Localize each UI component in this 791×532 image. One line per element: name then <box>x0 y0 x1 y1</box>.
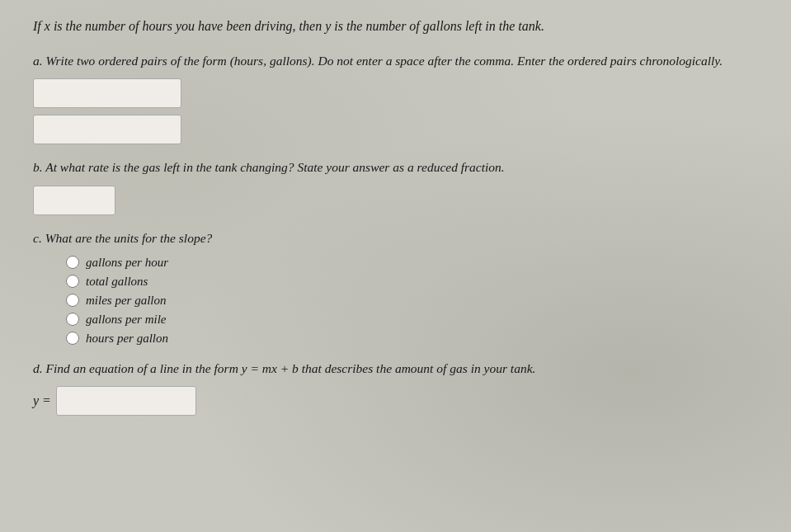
question-c-block: c. What are the units for the slope? gal… <box>33 228 758 346</box>
option-total-gallons[interactable]: total gallons <box>66 275 758 289</box>
option-gallons-per-hour-label: gallons per hour <box>86 256 168 270</box>
option-gallons-per-hour[interactable]: gallons per hour <box>66 256 758 270</box>
radio-total-gallons[interactable] <box>66 275 79 288</box>
ordered-pair-input-2[interactable] <box>33 115 181 144</box>
question-b-block: b. At what rate is the gas left in the t… <box>33 158 758 214</box>
radio-group-units: gallons per hour total gallons miles per… <box>66 256 758 346</box>
option-gallons-per-mile[interactable]: gallons per mile <box>66 313 758 327</box>
question-b-label: b. At what rate is the gas left in the t… <box>33 158 758 177</box>
question-a-block: a. Write two ordered pairs of the form (… <box>33 51 758 144</box>
radio-gallons-per-hour[interactable] <box>66 256 79 269</box>
equation-input[interactable] <box>56 386 196 416</box>
radio-hours-per-gallon[interactable] <box>66 332 79 345</box>
option-total-gallons-label: total gallons <box>86 275 148 289</box>
equation-prefix: y = <box>33 393 51 408</box>
option-miles-per-gallon-label: miles per gallon <box>86 294 167 308</box>
option-hours-per-gallon[interactable]: hours per gallon <box>66 332 758 346</box>
ordered-pair-input-1[interactable] <box>33 78 181 108</box>
intro-text: If x is the number of hours you have bee… <box>33 16 758 36</box>
question-a-label: a. Write two ordered pairs of the form (… <box>33 51 758 70</box>
option-gallons-per-mile-label: gallons per mile <box>86 313 167 327</box>
option-hours-per-gallon-label: hours per gallon <box>86 332 168 346</box>
option-miles-per-gallon[interactable]: miles per gallon <box>66 294 758 308</box>
question-d-block: d. Find an equation of a line in the for… <box>33 359 758 416</box>
radio-gallons-per-mile[interactable] <box>66 313 79 326</box>
radio-miles-per-gallon[interactable] <box>66 294 79 307</box>
question-d-label: d. Find an equation of a line in the for… <box>33 359 758 378</box>
rate-input[interactable] <box>33 186 115 215</box>
equation-row: y = <box>33 386 758 416</box>
question-c-label: c. What are the units for the slope? <box>33 228 758 247</box>
